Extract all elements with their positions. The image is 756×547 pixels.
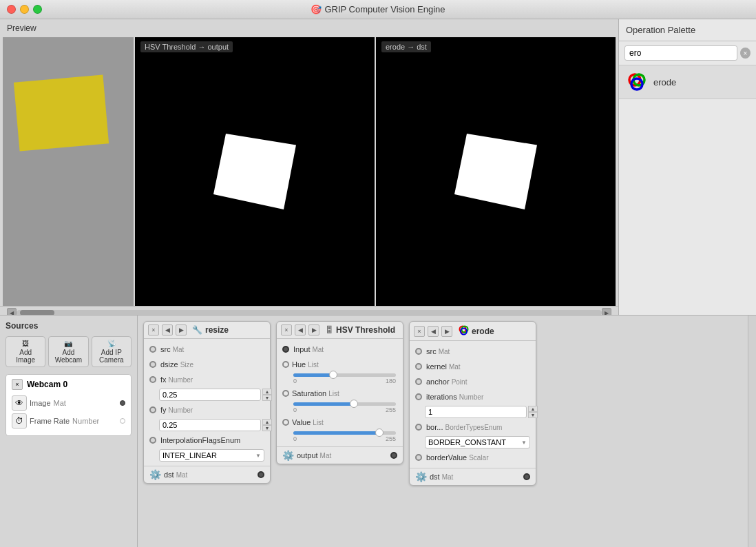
add-webcam-button[interactable]: 📷 AddWebcam	[48, 336, 88, 367]
erode-iterations-row: iterations Number	[410, 389, 536, 404]
erode-op-label: erode	[653, 77, 676, 87]
hsv-val-slider[interactable]	[293, 431, 396, 435]
resize-fx-label: fx	[160, 375, 167, 384]
resize-fy-input-row: ▲ ▼	[144, 417, 270, 433]
hsv-shape-visual	[213, 134, 296, 209]
camera-preview	[3, 37, 134, 306]
erode-anchor-label: anchor	[426, 378, 450, 386]
erode-iterations-down[interactable]: ▼	[528, 412, 538, 418]
erode-dst-icon: ⚙️	[415, 471, 427, 482]
erode-iterations-up[interactable]: ▲	[528, 406, 538, 412]
sources-panel: Sources 🖼 AddImage 📷 AddWebcam 📡 Add IPC…	[0, 316, 138, 547]
node-resize-prev[interactable]: ◀	[162, 324, 173, 336]
erode-iterations-spinner[interactable]: ▲ ▼	[528, 406, 538, 418]
hsv-output-type: Mat	[320, 452, 332, 460]
scroll-left-btn[interactable]: ◀	[7, 308, 17, 315]
resize-dst-type: Mat	[176, 471, 188, 479]
op-item-erode[interactable]: erode	[619, 65, 756, 99]
horizontal-scrollbar[interactable]: ◀ ▶	[0, 306, 618, 315]
hsv-input-type: Mat	[312, 346, 324, 353]
preview-header: Preview	[0, 19, 618, 37]
sources-buttons: 🖼 AddImage 📷 AddWebcam 📡 Add IPCamera	[6, 336, 132, 367]
erode-preview: erode → dst	[376, 37, 616, 306]
minimize-button[interactable]	[20, 5, 29, 14]
hsv-threshold-preview: HSV Threshold → output	[135, 37, 375, 306]
webcam-image-type: Mat	[54, 399, 66, 407]
node-resize-title: 🔧 resize	[192, 325, 229, 335]
webcam-framerate-type: Number	[72, 417, 99, 425]
node-erode-title: erode	[458, 324, 494, 338]
hsv-sat-connector	[282, 390, 289, 397]
resize-interp-input-row: INTER_LINEAR ▼	[144, 448, 270, 463]
resize-interp-dropdown[interactable]: INTER_LINEAR ▼	[159, 449, 264, 462]
webcam-close-button[interactable]: ×	[12, 379, 23, 390]
erode-iterations-input-row: ▲ ▼	[410, 404, 536, 420]
resize-fy-spinner[interactable]: ▲ ▼	[262, 419, 272, 431]
hsv-val-type: List	[313, 419, 324, 426]
scroll-right-btn[interactable]: ▶	[602, 308, 611, 315]
hsv-val-min: 0	[293, 435, 297, 442]
resize-fx-connector	[149, 376, 156, 383]
erode-dst-type: Mat	[442, 473, 454, 481]
resize-fx-down[interactable]: ▼	[262, 395, 272, 401]
close-button[interactable]	[7, 5, 16, 14]
resize-fy-row: fy Number	[144, 402, 270, 417]
node-hsv-prev[interactable]: ◀	[295, 324, 306, 336]
hsv-input-connector	[282, 346, 289, 353]
resize-interp-arrow: ▼	[255, 453, 261, 459]
resize-dsize-connector	[149, 361, 156, 368]
erode-src-row: src Mat	[410, 344, 536, 359]
hsv-sat-row: Saturation List	[277, 386, 403, 401]
hsv-hue-slider[interactable]	[293, 373, 396, 377]
scroll-thumb[interactable]	[20, 310, 54, 315]
add-ip-camera-icon: 📡	[107, 340, 116, 347]
hsv-input-row: Input Mat	[277, 342, 403, 357]
erode-iterations-input[interactable]	[425, 406, 527, 418]
webcam-framerate-row: ⏱ Frame Rate Number	[12, 413, 125, 429]
resize-fx-input[interactable]	[159, 389, 261, 401]
node-resize-close[interactable]: ×	[148, 324, 159, 336]
hsv-val-connector	[282, 419, 289, 426]
node-erode-prev[interactable]: ◀	[428, 326, 439, 337]
node-resize-label: resize	[205, 325, 229, 335]
webcam-framerate-label: Frame Rate	[30, 417, 70, 425]
node-hsv-title: 🎛 HSV Threshold	[325, 325, 395, 335]
preview-panel: Preview HSV Threshold → output erode → d…	[0, 19, 618, 315]
scroll-track[interactable]	[17, 310, 602, 315]
right-scrollbar[interactable]	[748, 316, 756, 547]
erode-border-dropdown[interactable]: BORDER_CONSTANT ▼	[425, 436, 530, 448]
hsv-sat-slider[interactable]	[293, 402, 396, 406]
node-hsv-next[interactable]: ▶	[308, 324, 319, 336]
node-erode-next[interactable]: ▶	[441, 326, 452, 337]
add-ip-camera-button[interactable]: 📡 Add IPCamera	[92, 336, 132, 367]
erode-src-label: src	[426, 347, 437, 355]
hsv-sat-thumb[interactable]	[350, 400, 358, 408]
node-hsv-label: HSV Threshold	[336, 325, 395, 335]
op-clear-button[interactable]: ×	[740, 48, 750, 59]
erode-border-input-row: BORDER_CONSTANT ▼	[410, 435, 536, 450]
node-erode-header: × ◀ ▶ erode	[410, 322, 536, 341]
erode-iterations-type: Number	[459, 393, 484, 401]
node-erode-icon	[458, 324, 469, 338]
resize-fy-input[interactable]	[159, 419, 261, 431]
resize-fy-label: fy	[160, 406, 167, 414]
node-hsv-close[interactable]: ×	[281, 324, 292, 336]
webcam-image-icon[interactable]: 👁	[12, 395, 27, 411]
resize-fx-up[interactable]: ▲	[262, 389, 272, 395]
hsv-hue-fill	[293, 373, 335, 377]
maximize-button[interactable]	[33, 5, 42, 14]
resize-fx-spinner[interactable]: ▲ ▼	[262, 389, 272, 401]
add-image-button[interactable]: 🖼 AddImage	[6, 336, 45, 367]
resize-fy-up[interactable]: ▲	[262, 419, 272, 425]
hsv-val-label: Value	[292, 418, 311, 426]
resize-fy-down[interactable]: ▼	[262, 425, 272, 431]
window-controls[interactable]	[7, 5, 42, 14]
erode-kernel-connector	[415, 363, 422, 370]
node-resize-next[interactable]: ▶	[176, 324, 187, 336]
node-erode-close[interactable]: ×	[414, 326, 425, 337]
op-search-input[interactable]	[624, 45, 737, 61]
webcam-framerate-icon[interactable]: ⏱	[12, 413, 27, 429]
node-resize-header: × ◀ ▶ 🔧 resize	[144, 322, 270, 339]
erode-border-row: bor... BorderTypesEnum	[410, 420, 536, 435]
hsv-sat-type: List	[328, 390, 339, 398]
